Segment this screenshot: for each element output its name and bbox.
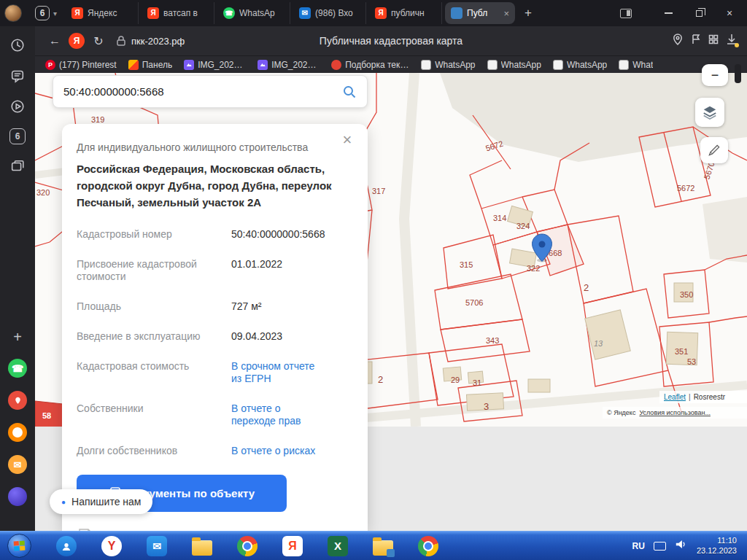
reload-button[interactable]: ↻	[88, 30, 109, 52]
leaflet-link[interactable]: Leaflet	[664, 393, 686, 401]
tab-active-public-map[interactable]: Публ ×	[445, 2, 515, 24]
report-link[interactable]: В отчете о переходе прав	[231, 402, 317, 427]
bookmark-textile[interactable]: Подборка текстил	[331, 60, 409, 70]
side-panel-icon[interactable]	[620, 9, 632, 18]
tray-clock[interactable]: 11:10 23.12.2023	[697, 536, 740, 556]
bookmark-image-2[interactable]: IMG_20220719_13	[258, 60, 320, 70]
bookmark-whatsapp-4[interactable]: What	[619, 60, 653, 70]
yandex-favicon-icon: Я	[71, 7, 83, 19]
tab-label: Яндекс	[88, 8, 132, 18]
taskbar-mail-icon[interactable]: ✉	[147, 536, 167, 556]
tab-mail[interactable]: ✉ (986) Вхо	[293, 2, 366, 24]
image-icon	[184, 60, 194, 70]
report-link[interactable]: В срочном отчете из ЕГРН	[231, 360, 317, 385]
page-icon	[553, 60, 563, 70]
language-indicator[interactable]: RU	[632, 541, 645, 551]
tab-label: Публ	[467, 8, 498, 18]
taskbar-browser-icon[interactable]	[56, 536, 77, 556]
search-input[interactable]	[63, 85, 342, 98]
tab-public-map[interactable]: Я публичн	[369, 2, 442, 24]
history-icon[interactable]	[9, 36, 26, 54]
taskbar-folder-icon[interactable]	[192, 536, 212, 556]
info-row: Долги собственников В отчете о рисках	[77, 445, 353, 457]
bookmark-image-1[interactable]: IMG_20220719_13	[184, 60, 246, 70]
address-bar[interactable]: пкк-2023.рф	[115, 35, 185, 47]
tab-counter-button[interactable]: 6 ▾	[29, 4, 63, 23]
tab-label: публичн	[391, 8, 436, 18]
parcel-label: 324	[516, 222, 530, 230]
bookmark-panel[interactable]: Панель	[128, 60, 172, 70]
parcel-label: 2	[378, 374, 383, 385]
image-icon	[258, 60, 268, 70]
layers-button[interactable]	[695, 98, 724, 127]
back-button[interactable]: ←	[44, 30, 66, 52]
video-icon[interactable]	[9, 98, 26, 115]
add-app-icon[interactable]: +	[9, 328, 26, 346]
taskbar-yandex-browser-icon[interactable]: Y	[101, 536, 122, 556]
mail-icon[interactable]: ✉	[8, 455, 27, 474]
tab-group-badge[interactable]: 6	[9, 128, 26, 144]
bookmark-label: IMG_20220719_13	[198, 60, 246, 70]
pkk-favicon-icon	[451, 7, 462, 19]
zoom-out-button[interactable]: −	[702, 64, 728, 86]
taskbar-chrome-2-icon[interactable]	[418, 536, 438, 556]
minimize-button[interactable]	[655, 3, 681, 23]
panel-icon	[128, 60, 139, 70]
orange-ring-icon[interactable]	[8, 423, 27, 442]
bookmark-label: Панель	[142, 60, 172, 70]
bookmark-label: What	[632, 60, 653, 70]
restore-button[interactable]	[686, 3, 712, 23]
whatsapp-icon[interactable]: ☎	[8, 359, 27, 378]
info-row: Кадастровая стоимость В срочном отчете и…	[77, 360, 353, 385]
pinterest-icon: P	[45, 60, 55, 70]
close-window-button[interactable]: ×	[716, 3, 743, 23]
keyboard-tray-icon[interactable]	[654, 542, 666, 551]
blue-app-icon[interactable]	[8, 487, 27, 506]
bookmark-whatsapp-3[interactable]: WhatsApp	[553, 60, 607, 70]
tray-date: 23.12.2023	[697, 546, 737, 556]
new-tab-button[interactable]: +	[518, 3, 538, 23]
parcel-label: 350	[680, 290, 693, 299]
chat-widget[interactable]: ● Напишите нам	[50, 489, 152, 514]
building-label: 13	[594, 339, 603, 348]
collections-grid-icon[interactable]	[708, 34, 719, 48]
bookmark-pinterest[interactable]: P(177) Pinterest	[45, 60, 117, 70]
tab-yandex[interactable]: Я Яндекс	[66, 2, 139, 24]
volume-icon[interactable]	[675, 539, 688, 553]
bookmark-whatsapp-2[interactable]: WhatsApp	[487, 60, 541, 70]
info-row: Присвоение кадастровой стоимости 01.01.2…	[77, 258, 353, 283]
taskbar-excel-icon[interactable]: X	[328, 536, 348, 556]
bookmark-whatsapp-1[interactable]: WhatsApp	[421, 60, 475, 70]
location-pin-icon[interactable]	[671, 33, 684, 49]
yandex-attribution: © Яндекс	[607, 409, 636, 416]
tab-whatsapp[interactable]: ☎ WhatsAp	[217, 2, 290, 24]
taskbar-yandex-icon[interactable]: Я	[282, 536, 303, 556]
page-scrollbar[interactable]	[735, 64, 741, 83]
bookmark-flag-icon[interactable]	[690, 34, 702, 48]
close-card-icon[interactable]: ×	[337, 130, 357, 150]
terms-link[interactable]: Условия использован...	[639, 409, 711, 416]
parcel-label: 58	[42, 411, 51, 420]
browser-sidebar: 6 + ☎ ✉	[0, 26, 35, 531]
info-row: Кадастровый номер 50:40:0000000:5668	[77, 228, 353, 241]
parcel-label: 5672	[677, 184, 694, 192]
search-icon[interactable]	[342, 85, 357, 99]
yandex-menu-button[interactable]: Я	[69, 33, 85, 49]
row-label: Собственники	[77, 402, 231, 427]
taskbar-chrome-icon[interactable]	[237, 536, 258, 556]
close-tab-icon[interactable]: ×	[502, 8, 509, 19]
parcel-label: 29	[451, 376, 460, 384]
gallery-icon[interactable]	[9, 158, 26, 175]
page-icon	[619, 60, 629, 70]
tab-label: (986) Вхо	[315, 8, 360, 18]
messenger-icon[interactable]	[9, 67, 26, 85]
downloads-icon[interactable]	[725, 33, 738, 49]
maps-pin-icon[interactable]	[8, 391, 27, 410]
report-link[interactable]: В отчете о рисках	[231, 445, 333, 457]
parcel-search-box[interactable]	[53, 75, 368, 108]
measure-button[interactable]	[700, 137, 728, 163]
start-button[interactable]	[7, 534, 31, 558]
taskbar-folder-2-icon[interactable]	[373, 536, 393, 556]
profile-avatar[interactable]	[4, 4, 22, 22]
tab-whatsapp-search[interactable]: Я ватсап в	[142, 2, 214, 24]
